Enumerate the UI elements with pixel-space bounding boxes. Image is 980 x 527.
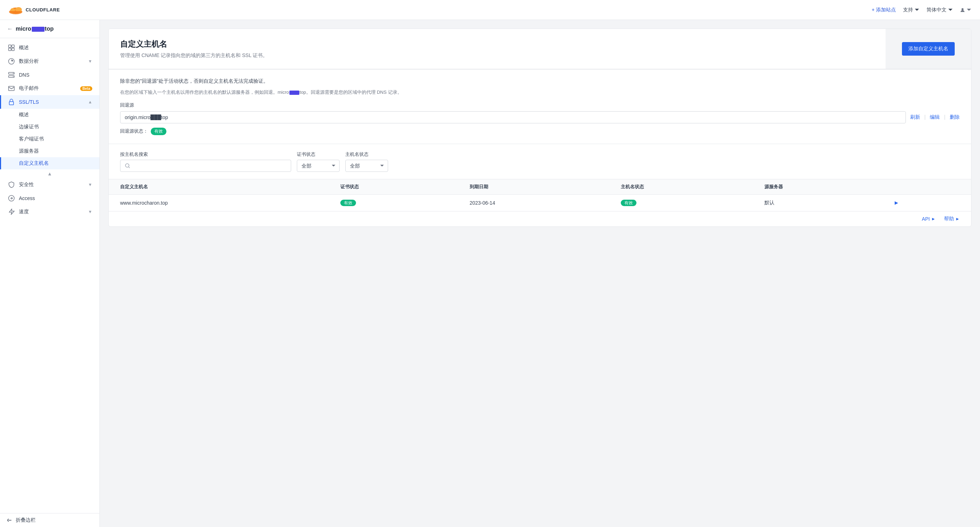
page-card: 自定义主机名 管理使用 CNAME 记录指向您的域的第三方的主机名和 SSL 证… [108, 29, 972, 227]
search-label: 按主机名搜索 [120, 151, 291, 158]
fallback-description: 在您的区域下输入一个主机名以用作您的主机名的默认源服务器，例如回退。microt… [120, 89, 960, 96]
sidebar-item-dns[interactable]: DNS [0, 68, 99, 81]
cert-status-label: 证书状态 [297, 151, 340, 158]
delete-link[interactable]: 删除 [950, 114, 960, 121]
chevron-down-icon: ▼ [88, 209, 92, 214]
lock-icon [8, 99, 14, 105]
cert-status-group: 证书状态 全部 [297, 151, 340, 172]
ssl-client-label: 客户端证书 [19, 136, 44, 142]
fallback-section: 除非您的"回退源"处于活动状态，否则自定义主机名无法完成验证。 在您的区域下输入… [109, 69, 971, 144]
hostname-status-badge: 有效 [621, 200, 636, 206]
chevron-down-icon: ▼ [88, 182, 92, 187]
svg-point-13 [13, 73, 14, 74]
svg-rect-7 [12, 45, 14, 48]
sidebar-subitem-ssl-edge[interactable]: 边缘证书 [0, 121, 99, 133]
sidebar-item-security[interactable]: 安全性 ▼ [0, 178, 99, 192]
svg-rect-6 [8, 45, 11, 48]
domain-name: microtop [16, 26, 54, 32]
hostname-status-select[interactable]: 全部 [345, 160, 388, 172]
fallback-status-label: 回退源状态： [120, 128, 148, 134]
main-layout: ← microtop 概述 数据分析 ▼ DNS [0, 20, 980, 527]
col-expiry: 到期日期 [458, 179, 609, 194]
search-group: 按主机名搜索 [120, 151, 291, 172]
edit-link[interactable]: 编辑 [930, 114, 940, 121]
ssl-edge-label: 边缘证书 [19, 124, 39, 130]
svg-rect-4 [10, 11, 21, 13]
sidebar-item-overview[interactable]: 概述 [0, 41, 99, 54]
col-cert-status: 证书状态 [329, 179, 458, 194]
fallback-warning: 除非您的"回退源"处于活动状态，否则自定义主机名无法完成验证。 [120, 78, 960, 85]
api-chevron-icon: ► [931, 216, 935, 222]
support-button[interactable]: 支持 [903, 7, 920, 13]
help-link[interactable]: 帮助 ► [944, 216, 960, 222]
row-detail-button[interactable]: ► [893, 200, 899, 206]
help-chevron-icon: ► [955, 216, 960, 222]
sidebar-item-access[interactable]: Access [0, 192, 99, 205]
cell-hostname-status: 有效 [609, 194, 753, 211]
redacted-inline [290, 91, 299, 95]
top-navigation: CLOUDFLARE + 添加站点 支持 简体中文 [0, 0, 980, 20]
table-header: 自定义主机名 证书状态 到期日期 主机名状态 源服务器 [109, 179, 971, 194]
cell-cert-status: 有效 [329, 194, 458, 211]
domain-header[interactable]: ← microtop [0, 20, 99, 38]
sidebar-item-analytics[interactable]: 数据分析 ▼ [0, 54, 99, 68]
page-header: 自定义主机名 管理使用 CNAME 记录指向您的域的第三方的主机名和 SSL 证… [109, 29, 971, 69]
sidebar-subitem-ssl-origin[interactable]: 源服务器 [0, 145, 99, 157]
col-origin: 源服务器 [753, 179, 882, 194]
add-hostname-button[interactable]: 添加自定义主机名 [902, 42, 955, 56]
separator: | [944, 114, 945, 121]
fallback-status-badge: 有效 [151, 128, 166, 135]
sidebar-subitem-ssl-overview[interactable]: 概述 [0, 109, 99, 121]
refresh-link[interactable]: 刷新 [910, 114, 920, 121]
logo-text: CLOUDFLARE [25, 7, 60, 13]
email-icon [8, 85, 14, 92]
fallback-origin-input[interactable] [120, 111, 906, 123]
chevron-up-icon: ▲ [88, 99, 92, 104]
sidebar-item-label: SSL/TLS [19, 99, 84, 105]
sidebar-item-label: DNS [19, 72, 92, 78]
sidebar-item-speed[interactable]: 速度 ▼ [0, 205, 99, 219]
cloudflare-logo[interactable]: CLOUDFLARE [8, 5, 60, 15]
fallback-status-row: 回退源状态： 有效 [120, 128, 960, 135]
sidebar-subitem-ssl-custom[interactable]: 自定义主机名 [0, 157, 99, 169]
sidebar-item-email[interactable]: 电子邮件 Beta [0, 81, 99, 95]
language-button[interactable]: 简体中文 [926, 7, 953, 13]
api-link[interactable]: API ► [922, 216, 935, 222]
page-title: 自定义主机名 [120, 39, 267, 50]
main-content: 自定义主机名 管理使用 CNAME 记录指向您的域的第三方的主机名和 SSL 证… [100, 20, 980, 527]
shield-icon [8, 182, 14, 188]
cell-origin: 默认 [753, 194, 882, 211]
user-menu-button[interactable] [960, 8, 972, 13]
sidebar-item-label: 概述 [19, 45, 92, 51]
table-body: www.microcharon.top 有效 2023-06-14 有效 默认 … [109, 194, 971, 211]
table-footer: API ► 帮助 ► [109, 211, 971, 227]
sidebar-scroll-indicator[interactable]: ▲ [0, 169, 99, 178]
svg-point-18 [126, 164, 129, 167]
page-header-text: 自定义主机名 管理使用 CNAME 记录指向您的域的第三方的主机名和 SSL 证… [120, 39, 267, 59]
collapse-label: 折叠边栏 [16, 517, 36, 524]
topnav-actions: + 添加站点 支持 简体中文 [872, 7, 972, 13]
sidebar: ← microtop 概述 数据分析 ▼ DNS [0, 20, 100, 527]
cert-status-select[interactable]: 全部 [297, 160, 340, 172]
sidebar-subitem-ssl-client[interactable]: 客户端证书 [0, 133, 99, 145]
ssl-overview-label: 概述 [19, 112, 29, 118]
sidebar-item-label: 电子邮件 [19, 85, 76, 92]
sidebar-item-label: 数据分析 [19, 58, 84, 64]
filter-section: 按主机名搜索 证书状态 全部 主机名状态 全部 [109, 144, 971, 179]
svg-point-14 [13, 76, 14, 77]
cell-hostname: www.microcharon.top [109, 194, 329, 211]
grid-icon [8, 45, 14, 51]
sidebar-item-ssl[interactable]: SSL/TLS ▲ [0, 95, 99, 109]
svg-point-5 [961, 8, 964, 10]
sidebar-collapse-button[interactable]: 折叠边栏 [0, 513, 99, 527]
hostnames-table: 自定义主机名 证书状态 到期日期 主机名状态 源服务器 www.microcha… [109, 179, 971, 211]
page-header-left: 自定义主机名 管理使用 CNAME 记录指向您的域的第三方的主机名和 SSL 证… [109, 29, 886, 69]
back-arrow-icon[interactable]: ← [7, 26, 13, 32]
search-box [120, 160, 291, 172]
sidebar-item-label: 速度 [19, 209, 84, 215]
add-site-button[interactable]: + 添加站点 [872, 7, 896, 13]
svg-rect-9 [12, 48, 14, 51]
chart-icon [8, 58, 14, 64]
search-input[interactable] [133, 163, 286, 169]
table-row: www.microcharon.top 有效 2023-06-14 有效 默认 … [109, 194, 971, 211]
